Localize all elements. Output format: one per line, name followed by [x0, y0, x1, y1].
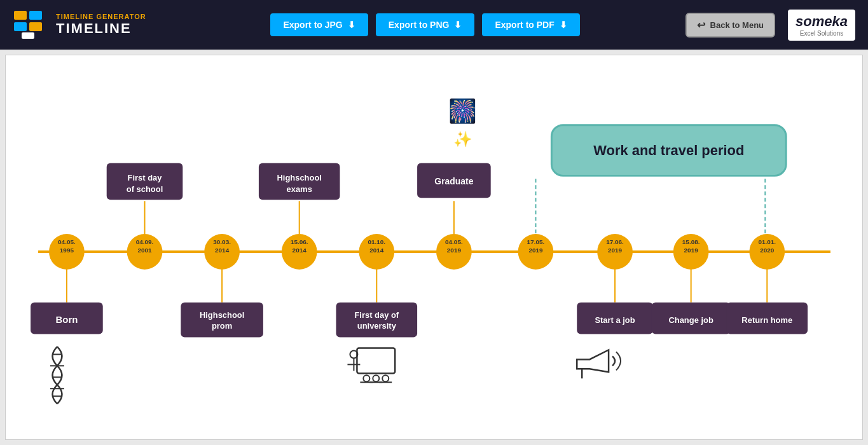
main-content: Work and travel period 🎆 ✨ 04.05. 1995 B…: [5, 55, 863, 440]
born-label: Born: [55, 314, 78, 325]
svg-text:2014: 2014: [369, 247, 384, 254]
svg-rect-3: [29, 22, 42, 31]
returnhome-label: Return home: [741, 315, 792, 325]
startjob-label: Start a job: [595, 315, 635, 325]
svg-text:01.01.: 01.01.: [758, 238, 776, 245]
school-label-2: of school: [127, 184, 163, 194]
svg-text:2001: 2001: [137, 247, 152, 254]
download-icon: ⬇: [348, 20, 355, 30]
university-label-2: university: [357, 321, 397, 331]
back-arrow-icon: ↩: [697, 19, 705, 31]
svg-text:2014: 2014: [293, 247, 307, 254]
teaching-icon: [347, 348, 395, 382]
svg-text:2020: 2020: [760, 247, 775, 254]
university-label-1: First day of: [354, 310, 399, 320]
exams-label-1: Highschool: [277, 173, 321, 182]
exams-label-2: exams: [287, 184, 312, 194]
changejob-label: Change job: [668, 315, 713, 325]
born-date: 04.05.: [58, 238, 76, 245]
download-icon-2: ⬇: [454, 20, 462, 30]
svg-rect-4: [22, 32, 34, 39]
timeline-svg: Work and travel period 🎆 ✨ 04.05. 1995 B…: [6, 55, 862, 439]
svg-text:04.05.: 04.05.: [445, 238, 463, 245]
svg-text:30.03.: 30.03.: [213, 238, 231, 245]
export-pdf-button[interactable]: Export to PDF ⬇: [482, 13, 579, 36]
export-buttons-group: Export to JPG ⬇ Export to PNG ⬇ Export t…: [178, 13, 673, 36]
header-title-area: TIMELINE GENERATOR TIMELINE: [56, 13, 146, 37]
svg-text:15.06.: 15.06.: [291, 238, 308, 245]
prom-label-box: [181, 303, 263, 338]
export-png-button[interactable]: Export to PNG ⬇: [376, 13, 475, 36]
svg-text:04.09.: 04.09.: [136, 238, 154, 245]
svg-rect-1: [29, 11, 42, 20]
svg-text:2014: 2014: [215, 247, 230, 254]
svg-marker-35: [577, 350, 609, 372]
svg-text:1995: 1995: [60, 247, 74, 254]
svg-point-23: [363, 375, 369, 381]
period-label: Work and travel period: [593, 142, 744, 158]
export-jpg-button[interactable]: Export to JPG ⬇: [270, 13, 368, 36]
svg-point-24: [373, 375, 379, 381]
back-to-menu-button[interactable]: ↩ Back to Menu: [685, 13, 776, 38]
download-icon-3: ⬇: [560, 20, 567, 30]
brand-name: someka: [796, 13, 848, 30]
svg-text:2019: 2019: [447, 247, 462, 254]
app-subtitle: TIMELINE: [56, 20, 146, 37]
dna-icon: [50, 346, 64, 404]
school-label-1: First day: [128, 173, 163, 182]
svg-rect-19: [357, 348, 395, 373]
svg-text:2019: 2019: [684, 247, 699, 254]
megaphone-icon: [577, 350, 621, 378]
app-logo-icon: [13, 10, 43, 40]
svg-rect-0: [14, 11, 27, 20]
prom-label-1: Highschool: [200, 310, 244, 320]
svg-point-25: [382, 375, 389, 381]
prom-label-2: prom: [212, 321, 232, 331]
svg-text:17.06.: 17.06.: [606, 238, 624, 245]
svg-text:17.05.: 17.05.: [527, 238, 545, 245]
app-title: TIMELINE GENERATOR: [56, 13, 146, 20]
svg-text:01.10.: 01.10.: [368, 238, 385, 245]
brand-sub: Excel Solutions: [800, 30, 843, 37]
svg-rect-2: [14, 22, 27, 31]
app-header: TIMELINE GENERATOR TIMELINE Export to JP…: [0, 0, 868, 50]
brand-logo: someka Excel Solutions: [788, 10, 855, 41]
university-label-box: [336, 303, 418, 338]
svg-text:15.08.: 15.08.: [682, 238, 700, 245]
fireworks-icon2: ✨: [453, 130, 472, 148]
svg-text:2019: 2019: [608, 247, 623, 254]
fireworks-icon: 🎆: [448, 97, 477, 125]
graduate-label: Graduate: [434, 176, 473, 186]
svg-text:2019: 2019: [528, 247, 543, 254]
